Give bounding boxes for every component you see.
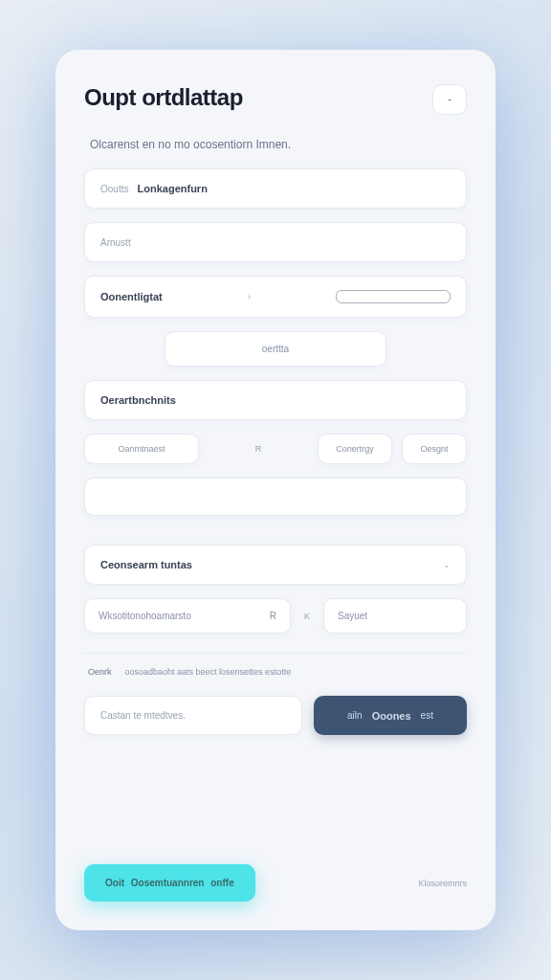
field-1-value: Lonkagenfurn bbox=[138, 183, 208, 194]
pill-row: Oanmtnaest R Conertrgy Oesgnt bbox=[84, 434, 467, 464]
field-5[interactable]: Oerartbnchnits bbox=[84, 380, 467, 420]
footer-link[interactable]: Klosoremnrs bbox=[418, 879, 467, 888]
split-right-text: Sayuet bbox=[338, 611, 367, 621]
primary-right: est bbox=[421, 710, 433, 721]
field-2[interactable]: Arnustt bbox=[84, 222, 467, 262]
accent-button[interactable]: Ooit Oosemtuannren onffe bbox=[84, 864, 255, 902]
primary-button[interactable]: ailn Ooones est bbox=[314, 696, 467, 735]
pill-3[interactable]: Oesgnt bbox=[402, 434, 467, 464]
field-3-input[interactable] bbox=[336, 290, 451, 303]
dropdown-label: Ceonsearm tuntas bbox=[100, 559, 192, 570]
footer-row: Ooit Oosemtuannren onffe Klosoremnrs bbox=[84, 864, 467, 902]
field-2-placeholder: Arnustt bbox=[100, 237, 131, 248]
field-1[interactable]: Ooutts Lonkagenfurn bbox=[84, 168, 467, 209]
divider bbox=[84, 653, 467, 654]
primary-main: Ooones bbox=[372, 710, 411, 722]
accent-suffix: onffe bbox=[210, 878, 233, 888]
field-1-prefix: Ooutts bbox=[100, 184, 128, 194]
split-left-text: Wksotitonohoamarsto bbox=[99, 611, 191, 621]
note-row: Oenrk oosoadbaoht aats beect losensettes… bbox=[84, 667, 467, 677]
header: Oupt ortdlattap - bbox=[84, 84, 467, 115]
split-row: Wksotitonohoamarsto R K Sayuet bbox=[84, 598, 467, 634]
field-4[interactable]: oerttta bbox=[165, 331, 386, 367]
close-button[interactable]: - bbox=[432, 84, 467, 115]
page-title: Oupt ortdlattap bbox=[84, 84, 243, 111]
note-text: oosoadbaoht aats beect losensettes estot… bbox=[125, 667, 292, 677]
pill-1[interactable]: Oanmtnaest bbox=[84, 434, 199, 464]
subtitle: Olcarenst en no mo ocosentiorn Imnen. bbox=[84, 138, 467, 151]
field-3[interactable]: Oonentligtat › bbox=[84, 276, 467, 318]
note-label: Oenrk bbox=[88, 667, 112, 677]
chevron-down-icon: ⌄ bbox=[443, 560, 451, 569]
minus-icon: - bbox=[448, 93, 452, 106]
field-blank[interactable] bbox=[84, 478, 467, 516]
form-card: Oupt ortdlattap - Olcarenst en no mo oco… bbox=[55, 50, 496, 930]
dropdown-field[interactable]: Ceonsearm tuntas ⌄ bbox=[84, 545, 467, 585]
action-input[interactable]: Castan te mtedtves. bbox=[84, 696, 302, 735]
field-3-label: Oonentligtat bbox=[100, 291, 163, 302]
split-left-suffix: R bbox=[270, 611, 276, 621]
primary-left: ailn bbox=[347, 710, 363, 721]
field-5-label: Oerartbnchnits bbox=[100, 394, 176, 406]
split-mid: K bbox=[302, 612, 312, 621]
pill-2[interactable]: Conertrgy bbox=[318, 434, 392, 464]
pill-separator: R bbox=[209, 434, 308, 464]
split-right-field[interactable]: Sayuet bbox=[323, 598, 467, 634]
field-4-label: oerttta bbox=[262, 344, 289, 354]
action-row: Castan te mtedtves. ailn Ooones est bbox=[84, 696, 467, 735]
accent-prefix: Ooit bbox=[105, 878, 124, 888]
accent-main: Oosemtuannren bbox=[131, 878, 205, 888]
split-left-field[interactable]: Wksotitonohoamarsto R bbox=[84, 598, 291, 634]
